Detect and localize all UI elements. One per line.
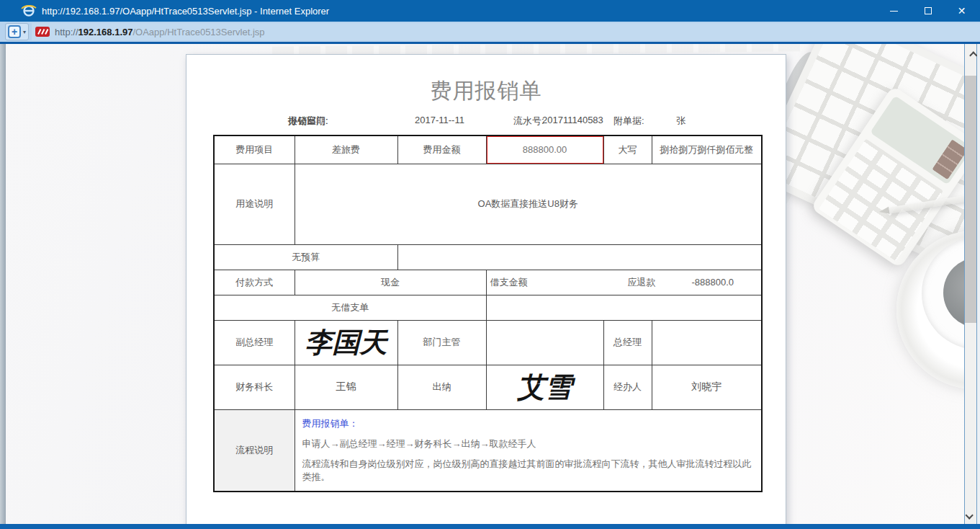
date-value: 2017-11--11 bbox=[415, 115, 464, 125]
cashier-label: 出纳 bbox=[397, 365, 486, 409]
expense-amount-value: 888800.00 bbox=[523, 144, 567, 155]
table-row-advance-slip: 无借支单 bbox=[214, 295, 762, 320]
advance-slip-label: 无借支单 bbox=[214, 295, 486, 320]
date-label: 报销日期: bbox=[288, 115, 328, 128]
handler-label: 经办人 bbox=[603, 365, 652, 409]
chevron-down-icon: ▾ bbox=[23, 29, 26, 35]
scroll-down-icon bbox=[966, 511, 974, 519]
url-text: http://192.168.1.97/OAapp/HtTrace0513Ser… bbox=[55, 27, 265, 37]
internet-explorer-icon bbox=[21, 4, 37, 18]
payment-detail-cell: 借支金额 应退款 -888800.0 bbox=[486, 270, 762, 295]
budget-empty-cell bbox=[397, 244, 762, 270]
minimize-icon bbox=[890, 11, 898, 12]
document-panel: 费用报销单 报销部门:办公室 报销日期: 2017-11--11 流水号: 20… bbox=[186, 54, 786, 524]
table-row-process: 流程说明 费用报销单： 申请人→副总经理→经理→财务科长→出纳→取款经手人 流程… bbox=[214, 409, 762, 492]
gm-label: 总经理 bbox=[603, 320, 652, 365]
expense-amount-label: 费用金额 bbox=[397, 135, 486, 164]
serial-value: 201711140583 bbox=[542, 115, 603, 125]
table-row-payment: 付款方式 现金 借支金额 应退款 -888800.0 bbox=[214, 270, 762, 295]
caps-label: 大写 bbox=[603, 135, 652, 164]
attachment-unit: 张 bbox=[676, 115, 685, 128]
payment-detail: 借支金额 应退款 -888800.0 bbox=[487, 276, 762, 289]
scrollbar-thumb[interactable] bbox=[965, 76, 976, 323]
table-row-signatures-1: 副总经理 李国天 部门主管 总经理 bbox=[214, 320, 762, 365]
window-controls: ✕ bbox=[877, 0, 979, 22]
page-title: 费用报销单 bbox=[186, 76, 786, 106]
process-content-cell: 费用报销单： 申请人→副总经理→经理→财务科长→出纳→取款经手人 流程流转和自身… bbox=[295, 409, 762, 492]
refund-label: 应退款 bbox=[627, 276, 655, 289]
maximize-button[interactable] bbox=[911, 0, 945, 22]
dept-head-label: 部门主管 bbox=[397, 320, 486, 365]
handler-signature: 刘晓宇 bbox=[652, 365, 762, 409]
vertical-scrollbar[interactable] bbox=[964, 44, 977, 524]
process-line-title: 费用报销单： bbox=[302, 417, 359, 430]
minimize-button[interactable] bbox=[877, 0, 911, 22]
address-input[interactable]: http://192.168.1.97/OAapp/HtTrace0513Ser… bbox=[32, 23, 980, 40]
finance-chief-signature: 王锦 bbox=[295, 365, 397, 409]
close-icon: ✕ bbox=[958, 6, 966, 16]
window-title: http://192.168.1.97/OAapp/HtTrace0513Ser… bbox=[42, 6, 329, 17]
scroll-up-icon bbox=[969, 51, 977, 59]
process-content: 费用报销单： 申请人→副总经理→经理→财务科长→出纳→取款经手人 流程流转和自身… bbox=[295, 410, 762, 492]
attachment-label: 附单据: bbox=[613, 115, 644, 128]
payment-method-label: 付款方式 bbox=[214, 270, 295, 295]
window-frame-bottom bbox=[0, 524, 980, 529]
process-line-flow: 申请人→副总经理→经理→财务科长→出纳→取款经手人 bbox=[302, 437, 536, 450]
process-label: 流程说明 bbox=[214, 409, 295, 492]
zone-shield-icon: + bbox=[8, 25, 21, 38]
expense-item-label: 费用项目 bbox=[214, 135, 295, 164]
purpose-label: 用途说明 bbox=[214, 164, 295, 244]
title-bar: http://192.168.1.97/OAapp/HtTrace0513Ser… bbox=[0, 0, 980, 22]
maximize-icon bbox=[925, 7, 932, 14]
deputy-gm-signature: 李国天 bbox=[295, 320, 397, 365]
caps-value: 捌拾捌万捌仟捌佰元整 bbox=[652, 135, 762, 164]
finance-chief-label: 财务科长 bbox=[214, 365, 295, 409]
browser-window: http://192.168.1.97/OAapp/HtTrace0513Ser… bbox=[0, 0, 980, 529]
url-host: 192.168.1.97 bbox=[78, 27, 133, 37]
process-line-note: 流程流转和自身岗位级别对应，岗位级别高的直接越过其前面的审批流程向下流转，其他人… bbox=[302, 458, 755, 484]
payment-method-value: 现金 bbox=[295, 270, 486, 295]
window-frame-left bbox=[0, 44, 6, 529]
cashier-signature: 艾雪 bbox=[486, 365, 603, 409]
url-protocol: http:// bbox=[55, 27, 78, 37]
table-row-purpose: 用途说明 OA数据直接推送U8财务 bbox=[214, 164, 762, 244]
table-row-budget: 无预算 bbox=[214, 244, 762, 270]
refund-value: -888800.0 bbox=[691, 277, 734, 288]
table-row-expense: 费用项目 差旅费 费用金额 888800.00 大写 捌拾捌万捌仟捌佰元整 bbox=[214, 135, 762, 164]
scroll-up-button[interactable] bbox=[965, 48, 978, 63]
table-row-signatures-2: 财务科长 王锦 出纳 艾雪 经办人 刘晓宇 bbox=[214, 365, 762, 409]
close-button[interactable]: ✕ bbox=[945, 0, 979, 22]
expense-amount-cell: 888800.00 bbox=[486, 135, 603, 164]
page-viewport: 费用报销单 报销部门:办公室 报销日期: 2017-11--11 流水号: 20… bbox=[6, 44, 964, 524]
address-bar: + ▾ http://192.168.1.97/OAapp/HtTrace051… bbox=[0, 22, 980, 42]
form-header: 报销部门:办公室 报销日期: 2017-11--11 流水号: 20171114… bbox=[186, 115, 786, 129]
dept-head-signature bbox=[486, 320, 603, 365]
advance-slip-empty-cell bbox=[486, 295, 762, 320]
budget-label: 无预算 bbox=[214, 244, 397, 270]
security-zone-button[interactable]: + ▾ bbox=[5, 23, 29, 40]
deputy-gm-label: 副总经理 bbox=[214, 320, 295, 365]
advance-amount-label: 借支金额 bbox=[490, 276, 528, 289]
url-path: /OAapp/HtTrace0513Servlet.jsp bbox=[132, 27, 264, 37]
expense-item-value: 差旅费 bbox=[295, 135, 397, 164]
gm-signature bbox=[652, 320, 762, 365]
scroll-down-button[interactable] bbox=[965, 508, 978, 523]
calculator-solar-panel bbox=[932, 139, 964, 179]
window-frame-right bbox=[977, 44, 980, 524]
serial-label: 流水号: bbox=[513, 115, 544, 128]
expense-form-table: 费用项目 差旅费 费用金额 888800.00 大写 捌拾捌万捌仟捌佰元整 用途… bbox=[213, 135, 763, 492]
purpose-value: OA数据直接推送U8财务 bbox=[295, 164, 762, 244]
activex-filter-icon bbox=[35, 27, 50, 37]
